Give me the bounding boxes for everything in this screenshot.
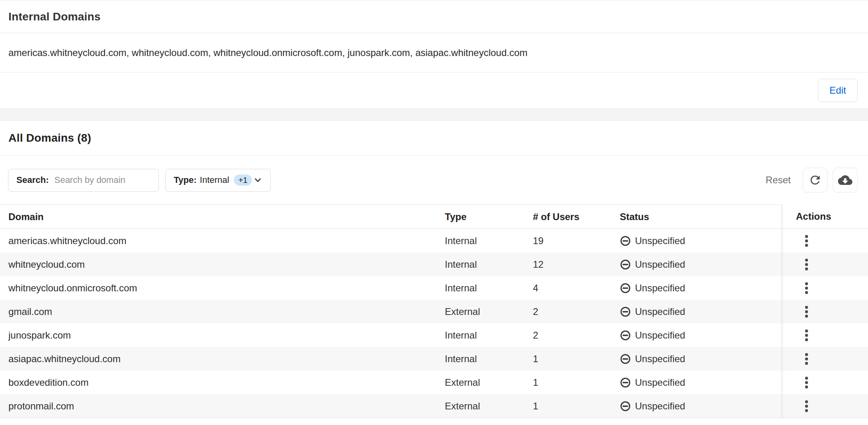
refresh-button[interactable] [803,168,828,192]
table-row: americas.whitneycloud.com Internal 19 Un… [0,229,868,253]
cell-users: 1 [524,371,613,394]
cell-type: External [436,371,524,394]
reset-button[interactable]: Reset [766,174,791,186]
cell-users: 4 [524,276,613,300]
table-row: whitneycloud.com Internal 12 Unspecified [0,253,868,276]
cell-domain: whitneycloud.com [0,253,436,276]
cell-status: Unspecified [613,323,782,347]
cell-domain: asiapac.whitneycloud.com [0,347,436,371]
cell-type: Internal [436,253,524,276]
table-row: protonmail.com External 1 Unspecified [0,394,868,418]
table-body: americas.whitneycloud.com Internal 19 Un… [0,229,868,418]
row-actions-button[interactable] [801,375,812,391]
row-actions-button[interactable] [801,327,812,343]
page-title: Internal Domains [8,10,100,23]
column-header-users: # of Users [524,204,613,229]
kebab-menu-icon [805,353,808,365]
table-header: Domain Type # of Users Status Actions [0,204,868,229]
table-row: gmail.com External 2 Unspecified [0,300,868,323]
kebab-menu-icon [805,282,808,295]
cell-actions [782,394,868,418]
cell-domain: americas.whitneycloud.com [0,229,436,253]
internal-domains-body: americas.whitneycloud.com, whitneycloud.… [0,33,868,72]
table-header-row: Domain Type # of Users Status Actions [0,204,868,229]
table-row: junospark.com Internal 2 Unspecified [0,323,868,347]
type-filter-count-badge: +1 [234,174,252,186]
minus-circle-icon [620,401,631,412]
minus-circle-icon [620,353,631,365]
kebab-menu-icon [805,258,808,271]
cell-actions [782,229,868,253]
internal-domains-card: Internal Domains americas.whitneycloud.c… [0,0,868,108]
edit-button[interactable]: Edit [818,79,858,102]
chevron-down-icon [253,175,263,185]
minus-circle-icon [620,235,631,247]
cell-actions [782,276,868,300]
row-actions-button[interactable] [801,351,812,367]
cell-domain: boxdevedition.com [0,371,436,394]
cell-type: External [436,394,524,418]
cell-status: Unspecified [613,300,782,323]
status-label: Unspecified [635,235,685,247]
search-box[interactable]: Search: [8,169,159,192]
row-actions-button[interactable] [801,280,812,296]
cell-actions [782,323,868,347]
cell-type: Internal [436,276,524,300]
cell-type: External [436,300,524,323]
row-actions-button[interactable] [801,257,812,273]
type-filter-label: Type: [174,175,197,185]
cell-users: 1 [524,394,613,418]
cell-domain: junospark.com [0,323,436,347]
refresh-icon [808,173,822,187]
cell-type: Internal [436,229,524,253]
cell-type: Internal [436,323,524,347]
table-row: whitneycloud.onmicrosoft.com Internal 4 … [0,276,868,300]
all-domains-section: All Domains (8) Search: Type: Internal +… [0,120,868,418]
cell-users: 1 [524,347,613,371]
cell-domain: whitneycloud.onmicrosoft.com [0,276,436,300]
kebab-menu-icon [805,329,808,342]
row-actions-button[interactable] [801,398,812,414]
cell-status: Unspecified [613,347,782,371]
search-input[interactable] [54,175,152,185]
minus-circle-icon [620,283,631,294]
internal-domains-footer: Edit [0,72,868,108]
cell-users: 19 [524,229,613,253]
kebab-menu-icon [805,400,808,413]
table-row: asiapac.whitneycloud.com Internal 1 Unsp… [0,347,868,371]
minus-circle-icon [620,259,631,270]
domains-table: Domain Type # of Users Status Actions am… [0,204,868,418]
type-filter-dropdown[interactable]: Type: Internal +1 [165,169,271,192]
minus-circle-icon [620,330,631,341]
cell-domain: gmail.com [0,300,436,323]
filter-toolbar: Search: Type: Internal +1 Reset [0,156,868,204]
cell-actions [782,253,868,276]
all-domains-title: All Domains (8) [8,132,91,144]
status-label: Unspecified [635,377,685,388]
status-label: Unspecified [635,259,685,270]
kebab-menu-icon [805,305,808,318]
cell-status: Unspecified [613,253,782,276]
export-button[interactable] [833,168,858,192]
domains-admin-page: { "internal_domains": { "title": "Intern… [0,0,868,425]
status-label: Unspecified [635,330,685,341]
type-filter-value: Internal [200,175,229,185]
kebab-menu-icon [805,376,808,389]
status-label: Unspecified [635,283,685,294]
row-actions-button[interactable] [801,304,812,320]
internal-domains-header: Internal Domains [0,0,868,33]
cell-actions [782,300,868,323]
column-header-status: Status [613,204,782,229]
minus-circle-icon [620,306,631,317]
cell-status: Unspecified [613,276,782,300]
cell-users: 12 [524,253,613,276]
cell-users: 2 [524,323,613,347]
column-header-type: Type [436,204,524,229]
internal-domains-list: americas.whitneycloud.com, whitneycloud.… [8,47,528,58]
cloud-download-icon [838,174,852,186]
search-label: Search: [16,175,49,185]
minus-circle-icon [620,377,631,388]
section-divider-band [0,108,868,120]
table-row: boxdevedition.com External 1 Unspecified [0,371,868,394]
row-actions-button[interactable] [801,233,812,249]
